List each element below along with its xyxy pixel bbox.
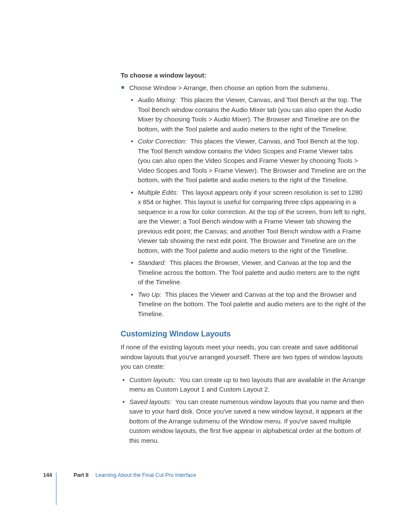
- square-bullet-list: Choose Window > Arrange, then choose an …: [121, 83, 366, 319]
- content-block: To choose a window layout: Choose Window…: [121, 71, 366, 445]
- list-item: Two UpThis places the Viewer and Canvas …: [129, 290, 366, 319]
- instruction-heading: To choose a window layout:: [121, 71, 366, 81]
- list-item: Choose Window > Arrange, then choose an …: [121, 83, 366, 319]
- term: Custom layouts: [129, 376, 179, 383]
- list-item: Saved layoutsYou can create numerous win…: [121, 397, 366, 446]
- sub-bullet-list: Audio MixingThis places the Viewer, Canv…: [129, 95, 366, 319]
- footer-title: Learning About the Final Cut Pro Interfa…: [96, 471, 196, 479]
- page-footer: 144 Part II Learning About the Final Cut…: [43, 471, 196, 479]
- layout-types-list: Custom layoutsYou can create up to two l…: [121, 375, 366, 446]
- body-text: This places the Viewer and Canvas at the…: [138, 291, 366, 317]
- list-item: Custom layoutsYou can create up to two l…: [121, 375, 366, 395]
- part-label: Part II: [74, 471, 89, 479]
- section-heading: Customizing Window Layouts: [121, 328, 366, 340]
- page: To choose a window layout: Choose Window…: [0, 0, 411, 532]
- intro-paragraph: If none of the existing layouts meet you…: [121, 342, 366, 372]
- term: Saved layouts: [129, 398, 175, 405]
- term: Audio Mixing: [138, 96, 180, 103]
- term: Two Up: [138, 291, 165, 298]
- body-text: This places the Browser, Viewer, and Can…: [138, 259, 360, 286]
- footer-part-wrap: Part II Learning About the Final Cut Pro…: [74, 471, 196, 479]
- list-item: Audio MixingThis places the Viewer, Canv…: [129, 95, 366, 134]
- list-item: Multiple EditsThis layout appears only i…: [129, 188, 366, 256]
- list-item: StandardThis places the Browser, Viewer,…: [129, 258, 366, 287]
- body-text: This layout appears only if your screen …: [138, 189, 366, 254]
- term: Multiple Edits: [138, 189, 182, 196]
- list-item-text: Choose Window > Arrange, then choose an …: [129, 84, 329, 91]
- page-number: 144: [43, 471, 52, 479]
- list-item: Color CorrectionThis places the Viewer, …: [129, 137, 366, 185]
- term: Color Correction: [138, 137, 190, 145]
- term: Standard: [138, 259, 169, 266]
